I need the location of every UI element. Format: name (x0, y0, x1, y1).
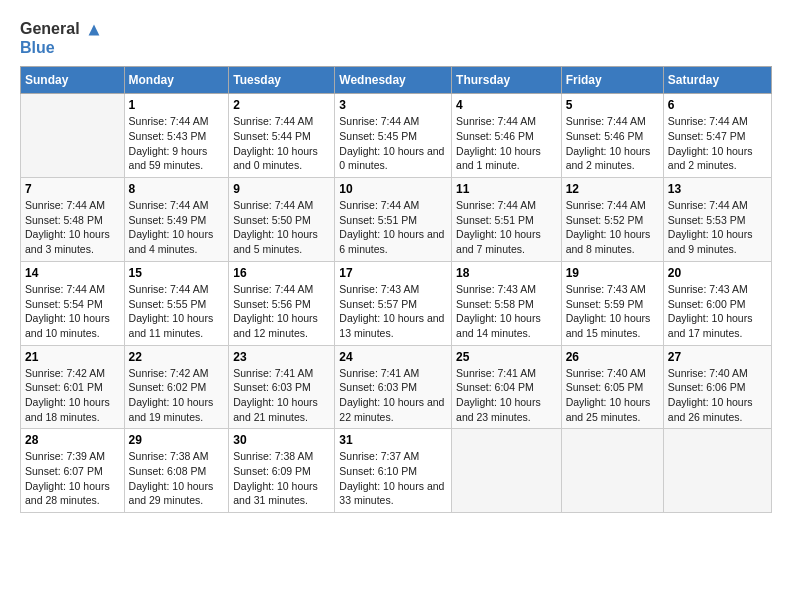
day-number: 6 (668, 98, 767, 112)
day-number: 25 (456, 350, 557, 364)
calendar-cell (561, 429, 663, 513)
calendar-cell: 7 Sunrise: 7:44 AMSunset: 5:48 PMDayligh… (21, 178, 125, 262)
day-number: 11 (456, 182, 557, 196)
calendar-cell: 23 Sunrise: 7:41 AMSunset: 6:03 PMDaylig… (229, 345, 335, 429)
calendar-cell: 6 Sunrise: 7:44 AMSunset: 5:47 PMDayligh… (663, 94, 771, 178)
day-info: Sunrise: 7:38 AMSunset: 6:09 PMDaylight:… (233, 449, 330, 508)
day-info: Sunrise: 7:43 AMSunset: 5:58 PMDaylight:… (456, 282, 557, 341)
calendar-cell: 25 Sunrise: 7:41 AMSunset: 6:04 PMDaylig… (452, 345, 562, 429)
day-info: Sunrise: 7:38 AMSunset: 6:08 PMDaylight:… (129, 449, 225, 508)
day-number: 15 (129, 266, 225, 280)
calendar-cell: 16 Sunrise: 7:44 AMSunset: 5:56 PMDaylig… (229, 261, 335, 345)
day-number: 28 (25, 433, 120, 447)
day-number: 24 (339, 350, 447, 364)
day-info: Sunrise: 7:40 AMSunset: 6:06 PMDaylight:… (668, 366, 767, 425)
weekday-header: Monday (124, 67, 229, 94)
day-number: 29 (129, 433, 225, 447)
day-info: Sunrise: 7:44 AMSunset: 5:50 PMDaylight:… (233, 198, 330, 257)
day-info: Sunrise: 7:43 AMSunset: 5:59 PMDaylight:… (566, 282, 659, 341)
day-number: 30 (233, 433, 330, 447)
day-number: 20 (668, 266, 767, 280)
calendar-cell: 28 Sunrise: 7:39 AMSunset: 6:07 PMDaylig… (21, 429, 125, 513)
svg-marker-0 (89, 24, 100, 35)
day-info: Sunrise: 7:44 AMSunset: 5:44 PMDaylight:… (233, 114, 330, 173)
calendar-cell: 31 Sunrise: 7:37 AMSunset: 6:10 PMDaylig… (335, 429, 452, 513)
weekday-header: Sunday (21, 67, 125, 94)
day-number: 18 (456, 266, 557, 280)
calendar-cell: 18 Sunrise: 7:43 AMSunset: 5:58 PMDaylig… (452, 261, 562, 345)
weekday-header: Saturday (663, 67, 771, 94)
calendar-cell: 17 Sunrise: 7:43 AMSunset: 5:57 PMDaylig… (335, 261, 452, 345)
day-info: Sunrise: 7:37 AMSunset: 6:10 PMDaylight:… (339, 449, 447, 508)
logo-text: General Blue (20, 20, 104, 56)
weekday-header-row: SundayMondayTuesdayWednesdayThursdayFrid… (21, 67, 772, 94)
day-info: Sunrise: 7:44 AMSunset: 5:46 PMDaylight:… (566, 114, 659, 173)
calendar-week-row: 28 Sunrise: 7:39 AMSunset: 6:07 PMDaylig… (21, 429, 772, 513)
day-info: Sunrise: 7:44 AMSunset: 5:54 PMDaylight:… (25, 282, 120, 341)
calendar-cell: 21 Sunrise: 7:42 AMSunset: 6:01 PMDaylig… (21, 345, 125, 429)
day-number: 23 (233, 350, 330, 364)
calendar-cell: 5 Sunrise: 7:44 AMSunset: 5:46 PMDayligh… (561, 94, 663, 178)
day-info: Sunrise: 7:43 AMSunset: 5:57 PMDaylight:… (339, 282, 447, 341)
weekday-header: Thursday (452, 67, 562, 94)
calendar-cell: 30 Sunrise: 7:38 AMSunset: 6:09 PMDaylig… (229, 429, 335, 513)
day-info: Sunrise: 7:44 AMSunset: 5:55 PMDaylight:… (129, 282, 225, 341)
day-number: 7 (25, 182, 120, 196)
weekday-header: Tuesday (229, 67, 335, 94)
calendar-cell: 3 Sunrise: 7:44 AMSunset: 5:45 PMDayligh… (335, 94, 452, 178)
day-info: Sunrise: 7:44 AMSunset: 5:56 PMDaylight:… (233, 282, 330, 341)
calendar-cell (663, 429, 771, 513)
day-info: Sunrise: 7:42 AMSunset: 6:02 PMDaylight:… (129, 366, 225, 425)
day-info: Sunrise: 7:44 AMSunset: 5:45 PMDaylight:… (339, 114, 447, 173)
logo: General Blue (20, 20, 104, 56)
calendar-cell: 19 Sunrise: 7:43 AMSunset: 5:59 PMDaylig… (561, 261, 663, 345)
calendar-cell (452, 429, 562, 513)
day-number: 4 (456, 98, 557, 112)
day-info: Sunrise: 7:44 AMSunset: 5:48 PMDaylight:… (25, 198, 120, 257)
calendar-week-row: 21 Sunrise: 7:42 AMSunset: 6:01 PMDaylig… (21, 345, 772, 429)
weekday-header: Friday (561, 67, 663, 94)
calendar-cell: 4 Sunrise: 7:44 AMSunset: 5:46 PMDayligh… (452, 94, 562, 178)
day-info: Sunrise: 7:39 AMSunset: 6:07 PMDaylight:… (25, 449, 120, 508)
calendar-week-row: 14 Sunrise: 7:44 AMSunset: 5:54 PMDaylig… (21, 261, 772, 345)
day-number: 17 (339, 266, 447, 280)
day-number: 12 (566, 182, 659, 196)
day-info: Sunrise: 7:42 AMSunset: 6:01 PMDaylight:… (25, 366, 120, 425)
day-number: 31 (339, 433, 447, 447)
day-info: Sunrise: 7:41 AMSunset: 6:03 PMDaylight:… (339, 366, 447, 425)
calendar-cell: 22 Sunrise: 7:42 AMSunset: 6:02 PMDaylig… (124, 345, 229, 429)
day-number: 8 (129, 182, 225, 196)
calendar-cell: 14 Sunrise: 7:44 AMSunset: 5:54 PMDaylig… (21, 261, 125, 345)
day-info: Sunrise: 7:41 AMSunset: 6:04 PMDaylight:… (456, 366, 557, 425)
day-info: Sunrise: 7:40 AMSunset: 6:05 PMDaylight:… (566, 366, 659, 425)
day-number: 16 (233, 266, 330, 280)
day-number: 22 (129, 350, 225, 364)
calendar-cell: 2 Sunrise: 7:44 AMSunset: 5:44 PMDayligh… (229, 94, 335, 178)
day-number: 10 (339, 182, 447, 196)
day-info: Sunrise: 7:41 AMSunset: 6:03 PMDaylight:… (233, 366, 330, 425)
logo-arrow-icon (85, 21, 103, 39)
day-number: 19 (566, 266, 659, 280)
calendar-cell: 11 Sunrise: 7:44 AMSunset: 5:51 PMDaylig… (452, 178, 562, 262)
day-number: 21 (25, 350, 120, 364)
day-info: Sunrise: 7:44 AMSunset: 5:51 PMDaylight:… (339, 198, 447, 257)
calendar-cell: 20 Sunrise: 7:43 AMSunset: 6:00 PMDaylig… (663, 261, 771, 345)
day-info: Sunrise: 7:44 AMSunset: 5:52 PMDaylight:… (566, 198, 659, 257)
day-number: 14 (25, 266, 120, 280)
day-number: 27 (668, 350, 767, 364)
calendar-cell: 1 Sunrise: 7:44 AMSunset: 5:43 PMDayligh… (124, 94, 229, 178)
day-number: 3 (339, 98, 447, 112)
page-header: General Blue (20, 20, 772, 56)
day-number: 13 (668, 182, 767, 196)
day-number: 5 (566, 98, 659, 112)
calendar-cell: 24 Sunrise: 7:41 AMSunset: 6:03 PMDaylig… (335, 345, 452, 429)
day-info: Sunrise: 7:44 AMSunset: 5:43 PMDaylight:… (129, 114, 225, 173)
day-info: Sunrise: 7:44 AMSunset: 5:47 PMDaylight:… (668, 114, 767, 173)
day-info: Sunrise: 7:43 AMSunset: 6:00 PMDaylight:… (668, 282, 767, 341)
day-number: 2 (233, 98, 330, 112)
day-number: 9 (233, 182, 330, 196)
calendar-cell: 8 Sunrise: 7:44 AMSunset: 5:49 PMDayligh… (124, 178, 229, 262)
calendar-cell: 12 Sunrise: 7:44 AMSunset: 5:52 PMDaylig… (561, 178, 663, 262)
day-number: 26 (566, 350, 659, 364)
calendar-week-row: 1 Sunrise: 7:44 AMSunset: 5:43 PMDayligh… (21, 94, 772, 178)
